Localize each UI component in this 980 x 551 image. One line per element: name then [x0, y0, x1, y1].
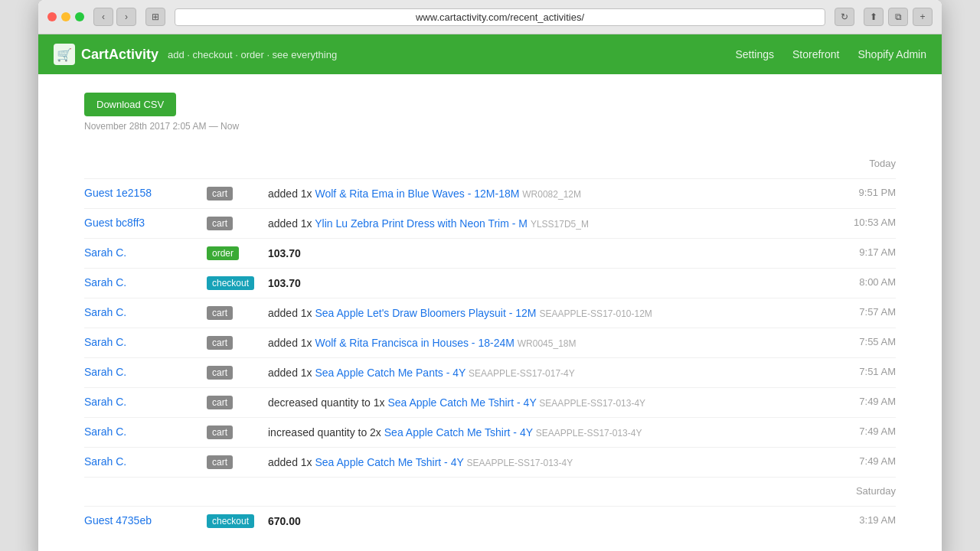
badge-cell: cart: [207, 424, 268, 439]
user-link[interactable]: Sarah C.: [84, 245, 207, 259]
day-header-row: Today: [84, 150, 896, 179]
sku-text: WR0045_18M: [518, 338, 577, 349]
table-row: Sarah C.cartadded 1x Sea Apple Catch Me …: [84, 358, 896, 388]
description-cell: increased quantity to 2x Sea Apple Catch…: [268, 424, 819, 441]
badge-cart: cart: [207, 425, 233, 439]
address-bar[interactable]: www.cartactivity.com/recent_activities/: [175, 8, 825, 26]
fullscreen-button[interactable]: [75, 12, 84, 21]
sku-text: SEAAPPLE-SS17-013-4Y: [539, 398, 645, 409]
amount-value: 103.70: [268, 247, 301, 259]
badge-cell: checkout: [207, 275, 268, 290]
table-row: Sarah C.cartdecreased quantity to 1x Sea…: [84, 388, 896, 418]
badge-cell: cart: [207, 334, 268, 350]
nav-links: Settings Storefront Shopify Admin: [735, 48, 926, 60]
time-cell: 7:49 AM: [819, 424, 896, 437]
product-link[interactable]: Sea Apple Catch Me Tshirt - 4Y: [315, 456, 464, 468]
table-row: Sarah C.order103.709:17 AM: [84, 239, 896, 269]
shopify-admin-link[interactable]: Shopify Admin: [858, 48, 927, 60]
close-button[interactable]: [47, 12, 57, 21]
time-cell: 7:49 AM: [819, 394, 896, 407]
time-cell: 7:51 AM: [819, 364, 896, 377]
product-link[interactable]: Sea Apple Catch Me Tshirt - 4Y: [387, 396, 536, 409]
sku-text: SEAAPPLE-SS17-017-4Y: [469, 368, 575, 379]
badge-cell: cart: [207, 305, 268, 320]
description-cell: added 1x Sea Apple Catch Me Tshirt - 4Y …: [268, 454, 819, 471]
sku-text: SEAAPPLE-SS17-013-4Y: [466, 458, 573, 468]
share-button[interactable]: ⬆: [864, 8, 884, 26]
description-cell: added 1x Sea Apple Let's Draw Bloomers P…: [268, 305, 819, 321]
sku-text: YLSS17D5_M: [531, 219, 589, 230]
sku-text: SEAAPPLE-SS17-010-12M: [539, 308, 652, 319]
tab-toggle-button[interactable]: ⊞: [145, 8, 165, 26]
table-row: Sarah C.cartadded 1x Sea Apple Let's Dra…: [84, 298, 896, 328]
activity-table: Today Guest 1e2158cartadded 1x Wolf & Ri…: [84, 150, 896, 536]
product-link[interactable]: Sea Apple Catch Me Tshirt - 4Y: [384, 426, 533, 439]
time-cell: 7:49 AM: [819, 454, 896, 467]
day-label: Saturday: [819, 484, 896, 500]
amount-value: 670.00: [268, 515, 301, 527]
user-link[interactable]: Sarah C.: [84, 394, 207, 408]
table-row: Guest 4735ebcheckout670.003:19 AM: [84, 507, 896, 536]
table-row: Guest 1e2158cartadded 1x Wolf & Rita Ema…: [84, 179, 896, 209]
time-cell: 8:00 AM: [819, 275, 896, 288]
product-link[interactable]: Ylin Lu Zebra Print Dress with Neon Trim…: [315, 217, 528, 230]
sku-text: WR0082_12M: [522, 189, 581, 200]
download-csv-button[interactable]: Download CSV: [84, 93, 176, 116]
badge-checkout: checkout: [207, 276, 254, 290]
time-cell: 7:55 AM: [819, 334, 896, 347]
user-link[interactable]: Sarah C.: [84, 454, 207, 468]
badge-cell: cart: [207, 454, 268, 469]
back-button[interactable]: ‹: [93, 8, 113, 26]
description-cell: added 1x Wolf & Rita Francisca in Houses…: [268, 334, 819, 351]
new-tab-button[interactable]: +: [913, 8, 933, 26]
badge-cart: cart: [207, 396, 233, 409]
new-window-button[interactable]: ⧉: [888, 8, 908, 26]
user-link[interactable]: Sarah C.: [84, 334, 207, 348]
day-header-badge-spacer: [207, 484, 268, 485]
description-cell: 103.70: [268, 275, 819, 292]
user-link[interactable]: Guest 4735eb: [84, 513, 207, 527]
brand-icon: 🛒: [54, 44, 75, 65]
badge-cell: cart: [207, 185, 268, 201]
settings-link[interactable]: Settings: [735, 48, 774, 60]
description-cell: 670.00: [268, 513, 819, 530]
time-cell: 3:19 AM: [819, 513, 896, 526]
badge-cart: cart: [207, 455, 233, 469]
user-link[interactable]: Sarah C.: [84, 364, 207, 378]
time-cell: 7:57 AM: [819, 305, 896, 318]
browser-window: ‹ › ⊞ www.cartactivity.com/recent_activi…: [38, 0, 942, 551]
user-link[interactable]: Sarah C.: [84, 424, 207, 438]
table-row: Sarah C.cartadded 1x Wolf & Rita Francis…: [84, 328, 896, 358]
user-link[interactable]: Guest 1e2158: [84, 185, 207, 199]
product-link[interactable]: Wolf & Rita Francisca in Houses - 18-24M: [315, 337, 514, 349]
user-link[interactable]: Sarah C.: [84, 305, 207, 318]
date-range: November 28th 2017 2:05 AM — Now: [84, 121, 896, 132]
product-link[interactable]: Sea Apple Let's Draw Bloomers Playsuit -…: [315, 307, 537, 319]
user-link[interactable]: Sarah C.: [84, 275, 207, 289]
badge-cell: cart: [207, 215, 268, 230]
description-cell: 103.70: [268, 245, 819, 262]
product-link[interactable]: Sea Apple Catch Me Pants - 4Y: [315, 367, 466, 379]
main-content: Download CSV November 28th 2017 2:05 AM …: [38, 74, 942, 551]
brand-tagline: add · checkout · order · see everything: [168, 49, 337, 60]
storefront-link[interactable]: Storefront: [792, 48, 839, 60]
product-link[interactable]: Wolf & Rita Ema in Blue Waves - 12M-18M: [315, 187, 520, 200]
badge-cart: cart: [207, 336, 233, 350]
badge-cell: cart: [207, 394, 268, 409]
day-header-user-spacer: [84, 156, 207, 158]
refresh-button[interactable]: ↻: [835, 8, 854, 26]
brand: 🛒 CartActivity add · checkout · order · …: [54, 44, 337, 65]
brand-name: CartActivity: [81, 47, 158, 63]
badge-cell: cart: [207, 364, 268, 380]
badge-checkout: checkout: [207, 514, 254, 528]
table-row: Guest bc8ff3cartadded 1x Ylin Lu Zebra P…: [84, 209, 896, 239]
description-cell: decreased quantity to 1x Sea Apple Catch…: [268, 394, 819, 411]
day-header-badge-spacer: [207, 156, 268, 158]
sku-text: SEAAPPLE-SS17-013-4Y: [536, 428, 642, 439]
minimize-button[interactable]: [61, 12, 70, 21]
forward-button[interactable]: ›: [116, 8, 136, 26]
user-link[interactable]: Guest bc8ff3: [84, 215, 207, 229]
badge-cart: cart: [207, 366, 233, 380]
description-cell: added 1x Sea Apple Catch Me Pants - 4Y S…: [268, 364, 819, 381]
badge-cart: cart: [207, 217, 233, 230]
